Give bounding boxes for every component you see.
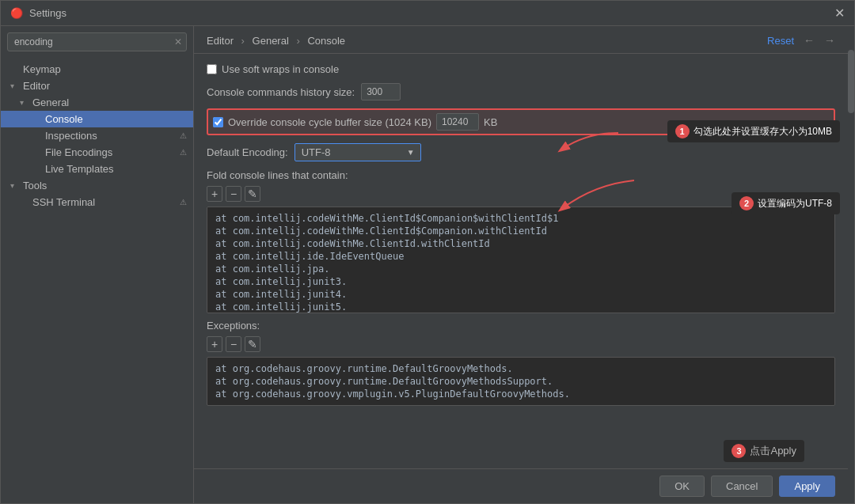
encoding-label: Default Encoding:	[207, 146, 288, 158]
warning-ssh-icon: ⚠	[180, 198, 187, 207]
soft-wraps-label: Use soft wraps in console	[222, 63, 339, 75]
list-item: at com.intellij.junit5.	[215, 301, 826, 313]
editor-label: Editor	[23, 80, 187, 92]
ok-button[interactable]: OK	[659, 476, 705, 497]
sidebar-item-general[interactable]: ▾ General	[1, 94, 193, 111]
sidebar-item-console[interactable]: Console	[1, 111, 193, 127]
fold-section: Fold console lines that contain: + − ✎ a…	[207, 169, 835, 313]
warning-enc-icon: ⚠	[180, 148, 187, 157]
panel-footer: OK Cancel Apply	[194, 468, 848, 503]
sidebar-item-tools[interactable]: ▾ Tools	[1, 177, 193, 194]
soft-wraps-row: Use soft wraps in console	[207, 63, 835, 75]
sidebar-item-live-templates[interactable]: Live Templates	[1, 161, 193, 177]
right-panel: Editor › General › Console Reset ← → Use…	[194, 26, 848, 503]
exc-add-button[interactable]: +	[207, 336, 222, 352]
clear-icon[interactable]: ✕	[174, 36, 182, 47]
vertical-scrollbar[interactable]	[848, 26, 854, 503]
sidebar-item-file-encodings[interactable]: File Encodings ⚠	[1, 144, 193, 161]
sidebar-item-inspections[interactable]: Inspections ⚠	[1, 127, 193, 144]
fold-items-list: at com.intellij.codeWithMe.ClientId$Comp…	[207, 207, 835, 313]
close-button[interactable]: ✕	[834, 6, 845, 21]
breadcrumb-sep-1: ›	[241, 35, 245, 47]
arrow-1	[555, 125, 618, 157]
inspections-label: Inspections	[45, 130, 180, 142]
list-item: at com.intellij.jpa.	[215, 263, 826, 275]
exceptions-toolbar: + − ✎	[207, 336, 835, 352]
collapse-general-icon: ▾	[20, 98, 31, 107]
fold-add-button[interactable]: +	[207, 186, 222, 202]
settings-window: 🔴 Settings ✕ ✕ Keymap ▾ Editor ▾	[0, 0, 855, 504]
title-bar: 🔴 Settings ✕	[1, 1, 854, 26]
override-label: Override console cycle buffer size (1024…	[228, 116, 431, 128]
main-content: ✕ Keymap ▾ Editor ▾ General Console	[1, 26, 854, 503]
cancel-button[interactable]: Cancel	[711, 476, 773, 497]
annotation-badge-2: 2	[739, 196, 754, 210]
ssh-label: SSH Terminal	[32, 196, 180, 208]
encoding-row: Default Encoding: UTF-8 UTF-16 ISO-8859-…	[207, 143, 835, 161]
panel-header: Editor › General › Console Reset ← →	[194, 26, 848, 54]
list-item: at com.intellij.ide.IdeEventQueue	[215, 250, 826, 263]
live-templates-label: Live Templates	[45, 163, 187, 175]
forward-button[interactable]: →	[824, 34, 835, 47]
reset-button[interactable]: Reset	[767, 35, 794, 47]
history-label: Console commands history size:	[207, 86, 355, 98]
annotation-text-1: 勾选此处并设置缓存大小为10MB	[694, 125, 832, 138]
sidebar-item-keymap[interactable]: Keymap	[1, 61, 193, 78]
collapse-icon: ▾	[10, 81, 21, 90]
app-icon: 🔴	[10, 7, 23, 20]
collapse-tools-icon: ▾	[10, 181, 21, 190]
search-input[interactable]	[7, 32, 187, 51]
sidebar-item-ssh[interactable]: SSH Terminal ⚠	[1, 194, 193, 210]
annotation-3: 3 点击Apply	[724, 440, 804, 462]
list-item: at com.intellij.codeWithMe.ClientId.with…	[215, 237, 826, 250]
list-item: at org.codehaus.groovy.runtime.DefaultGr…	[215, 362, 826, 375]
breadcrumb: Editor › General › Console	[207, 35, 345, 47]
exc-remove-button[interactable]: −	[226, 336, 241, 352]
list-item: at com.intellij.junit3.	[215, 275, 826, 288]
breadcrumb-editor: Editor	[207, 35, 234, 47]
encoding-select-wrap: UTF-8 UTF-16 ISO-8859-1 ▼	[294, 143, 421, 161]
exceptions-section: Exceptions: + − ✎ at org.codehaus.groovy…	[207, 320, 835, 406]
keymap-label: Keymap	[23, 63, 187, 75]
apply-button[interactable]: Apply	[779, 476, 835, 497]
sidebar: ✕ Keymap ▾ Editor ▾ General Console	[1, 26, 194, 503]
panel-body: Use soft wraps in console Console comman…	[194, 54, 848, 468]
header-actions: Reset ← →	[767, 34, 835, 47]
encoding-select[interactable]: UTF-8 UTF-16 ISO-8859-1	[294, 143, 421, 161]
list-item: at org.codehaus.groovy.runtime.DefaultGr…	[215, 375, 826, 388]
soft-wraps-checkbox[interactable]	[207, 64, 217, 74]
annotation-text-2: 设置编码为UTF-8	[758, 197, 832, 210]
breadcrumb-console: Console	[307, 35, 345, 47]
breadcrumb-general: General	[253, 35, 289, 47]
exceptions-label: Exceptions:	[207, 320, 835, 332]
annotation-2: 2 设置编码为UTF-8	[732, 192, 840, 214]
window-title: Settings	[29, 7, 834, 19]
general-label: General	[32, 97, 187, 108]
annotation-text-3: 点击Apply	[750, 444, 796, 458]
warning-icon: ⚠	[180, 131, 187, 140]
sidebar-item-editor[interactable]: ▾ Editor	[1, 78, 193, 94]
override-unit: KB	[484, 116, 497, 128]
arrow-2	[555, 176, 634, 216]
search-box: ✕	[7, 32, 187, 51]
tools-label: Tools	[23, 180, 187, 191]
console-label: Console	[45, 113, 187, 125]
annotation-badge-3: 3	[732, 444, 746, 458]
scrollbar-thumb[interactable]	[848, 50, 854, 113]
list-item: at com.intellij.junit4.	[215, 288, 826, 301]
annotation-badge-1: 1	[675, 124, 690, 138]
override-value-input[interactable]	[436, 113, 479, 131]
fold-label: Fold console lines that contain:	[207, 169, 835, 181]
back-button[interactable]: ←	[804, 34, 815, 47]
exceptions-list: at org.codehaus.groovy.runtime.DefaultGr…	[207, 357, 835, 406]
fold-edit-button[interactable]: ✎	[245, 186, 260, 202]
fold-remove-button[interactable]: −	[226, 186, 241, 202]
override-checkbox[interactable]	[213, 117, 223, 127]
history-input[interactable]	[361, 83, 401, 100]
history-row: Console commands history size:	[207, 83, 835, 100]
file-encodings-label: File Encodings	[45, 146, 180, 158]
list-item: at org.codehaus.groovy.vmplugin.v5.Plugi…	[215, 388, 826, 400]
list-item: at com.intellij.codeWithMe.ClientId$Comp…	[215, 225, 826, 237]
annotation-1: 1 勾选此处并设置缓存大小为10MB	[667, 120, 840, 142]
exc-edit-button[interactable]: ✎	[245, 336, 260, 352]
